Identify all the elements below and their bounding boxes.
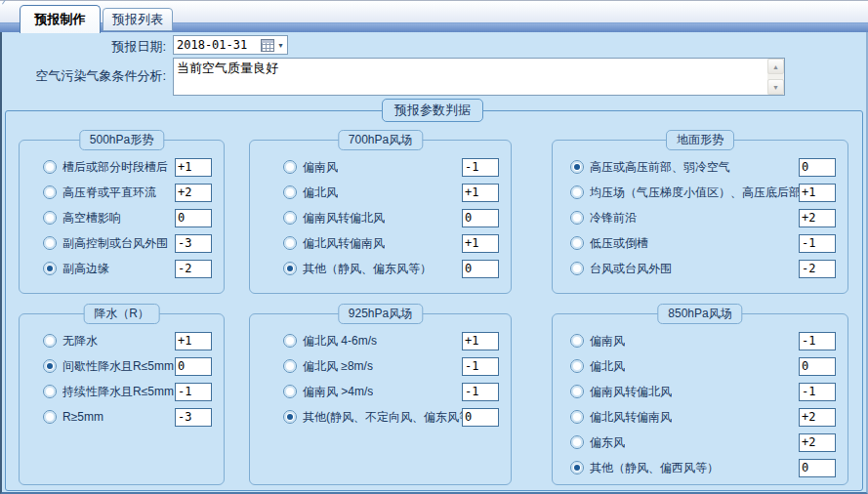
criteria-value-input[interactable] [799,433,836,452]
radio-button-selected[interactable] [283,410,297,424]
criteria-value-input[interactable] [462,158,499,177]
tab-forecast-list[interactable]: 预报列表 [103,8,173,31]
radio-button[interactable] [570,435,584,449]
radio-button[interactable] [43,236,57,250]
scroll-up-icon[interactable]: ▲ [767,59,784,74]
tab-bar: 预报制作 预报列表 [0,0,868,32]
criteria-value-input[interactable] [799,158,836,177]
group-925hpa-wind: 925hPa风场偏北风 4-6m/s偏北风 ≥8m/s偏南风 >4m/s其他(静… [249,313,512,485]
tab-forecast-production[interactable]: 预报制作 [20,5,101,33]
group-rows: 槽后或部分时段槽后高压脊或平直环流高空槽影响副高控制或台风外围副高边缘 [20,154,224,281]
group-precipitation: 降水（R）无降水间歇性降水且R≤5mm持续性降水且R≤5mmR≥5mm [19,313,225,485]
radio-button-selected[interactable] [570,160,584,174]
radio-button[interactable] [570,211,584,225]
radio-button[interactable] [570,385,584,398]
criteria-value-input[interactable] [175,408,212,427]
option-label: R≥5mm [62,410,103,424]
analysis-textarea[interactable]: 当前空气质量良好 [174,59,767,95]
criteria-row: 偏东风 [553,430,847,455]
option-label: 均压场（气压梯度小值区）、高压底后部 [590,185,799,201]
radio-button-selected[interactable] [283,262,297,275]
radio-button[interactable] [570,334,584,348]
criteria-value-input[interactable] [799,408,836,427]
criteria-row: 高空槽影响 [20,205,224,230]
criteria-value-input[interactable] [462,332,499,350]
scroll-down-icon[interactable]: ▼ [767,79,784,95]
radio-button[interactable] [43,211,57,225]
criteria-value-input[interactable] [799,260,836,278]
option-label: 低压或倒槽 [590,235,648,252]
radio-button[interactable] [570,410,584,424]
option-label: 偏北风 ≥8m/s [303,358,373,375]
radio-button[interactable] [283,385,297,398]
criteria-value-input[interactable] [799,459,836,477]
criteria-value-input[interactable] [462,408,499,427]
date-picker[interactable]: ▼ [173,35,288,55]
criteria-value-input[interactable] [462,209,499,227]
radio-button[interactable] [283,236,297,250]
criteria-value-input[interactable] [175,158,212,177]
criteria-row: 偏南风转偏北风 [250,205,511,230]
radio-button[interactable] [570,236,584,250]
calendar-icon[interactable] [261,39,274,52]
criteria-value-input[interactable] [462,184,499,202]
radio-button[interactable] [283,211,297,225]
option-label: 偏南风转偏北风 [590,384,672,400]
criteria-row: 间歇性降水且R≤5mm [20,353,224,379]
content-panel: 预报日期: ▼ 空气污染气象条件分析: 当前空气质量良好 ▲ ▼ 预报参数判据 … [0,32,868,494]
option-label: 台风或台风外围 [590,261,672,277]
criteria-value-input[interactable] [799,184,836,202]
criteria-value-input[interactable] [175,357,212,376]
criteria-value-input[interactable] [462,383,499,401]
criteria-value-input[interactable] [799,357,836,376]
radio-button[interactable] [283,160,297,174]
option-label: 偏北风转偏南风 [590,409,672,426]
criteria-row: 偏南风 [553,328,847,353]
radio-button[interactable] [570,185,584,199]
criteria-row: 偏南风 [250,154,511,180]
option-label: 其他（静风、偏西风等） [590,460,719,476]
radio-button[interactable] [43,334,57,348]
criteria-value-input[interactable] [175,332,212,350]
criteria-value-input[interactable] [799,234,836,253]
date-dropdown-arrow-icon[interactable]: ▼ [276,42,287,49]
option-label: 偏南风 [590,333,625,350]
criteria-value-input[interactable] [462,357,499,376]
criteria-value-input[interactable] [799,332,836,350]
group-rows: 偏北风 4-6m/s偏北风 ≥8m/s偏南风 >4m/s其他(静风、不定向风、偏… [250,328,511,430]
criteria-value-input[interactable] [462,260,499,278]
group-title: 925hPa风场 [338,304,423,324]
radio-button[interactable] [570,359,584,373]
criteria-value-input[interactable] [175,234,212,253]
radio-button-selected[interactable] [43,262,57,275]
criteria-row: 偏北风转偏南风 [250,230,511,256]
analysis-label: 空气污染气象条件分析: [7,67,166,85]
radio-button[interactable] [43,185,57,199]
option-label: 偏南风转偏北风 [303,210,385,226]
date-label: 预报日期: [10,38,166,56]
radio-button[interactable] [43,410,57,424]
criteria-row: 持续性降水且R≤5mm [20,379,224,404]
criteria-value-input[interactable] [175,260,212,278]
analysis-scrollbar[interactable]: ▲ ▼ [767,59,784,95]
date-input[interactable] [174,37,261,53]
criteria-value-input[interactable] [175,383,212,401]
radio-button[interactable] [570,262,584,275]
radio-button-selected[interactable] [570,461,584,474]
criteria-value-input[interactable] [175,209,212,227]
criteria-value-input[interactable] [175,184,212,202]
radio-button[interactable] [283,185,297,199]
radio-button[interactable] [43,160,57,174]
option-label: 其他(静风、不定向风、偏东风等) [303,409,462,426]
group-rows: 偏南风偏北风偏南风转偏北风偏北风转偏南风偏东风其他（静风、偏西风等） [553,328,847,480]
criteria-row: 高压或高压前部、弱冷空气 [553,154,847,180]
radio-button[interactable] [283,334,297,348]
option-label: 偏南风 >4m/s [303,384,373,400]
criteria-value-input[interactable] [462,234,499,253]
radio-button[interactable] [283,359,297,373]
radio-button[interactable] [43,385,57,398]
criteria-value-input[interactable] [799,209,836,227]
radio-button-selected[interactable] [43,359,57,373]
criteria-value-input[interactable] [799,383,836,401]
option-label: 偏南风 [303,159,338,176]
